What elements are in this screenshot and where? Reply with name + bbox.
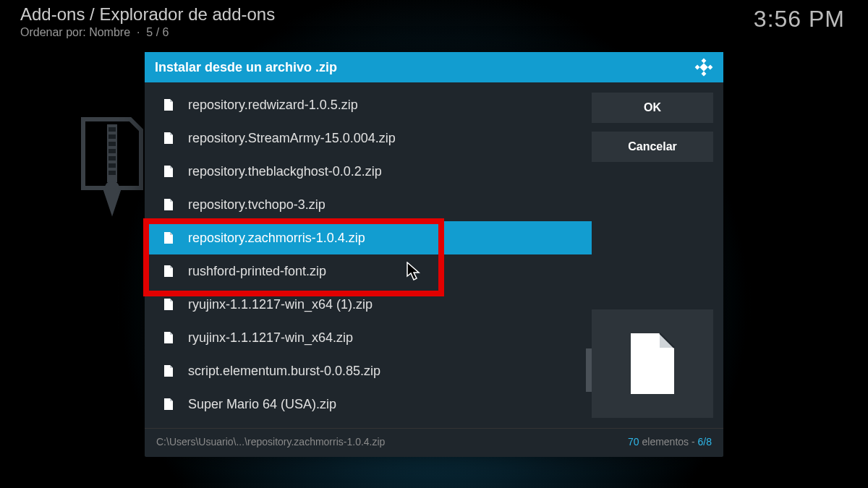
scrollbar[interactable] [586, 88, 592, 422]
svg-rect-4 [109, 149, 116, 153]
file-list[interactable]: repository.redwizard-1.0.5.ziprepository… [145, 88, 592, 422]
svg-rect-10 [702, 59, 707, 64]
file-icon [163, 364, 174, 377]
scroll-thumb[interactable] [586, 348, 592, 392]
svg-rect-11 [695, 65, 700, 70]
count-word: elementos [642, 436, 689, 448]
file-item[interactable]: ryujinx-1.1.1217-win_x64 (1).zip [145, 288, 592, 321]
page-indicator: 6/8 [698, 436, 712, 448]
dialog-footer: C:\Users\Usuario\...\repository.zachmorr… [145, 428, 723, 455]
ok-button[interactable]: OK [592, 93, 713, 123]
file-preview [592, 309, 713, 418]
file-item[interactable]: rushford-printed-font.zip [145, 254, 592, 288]
svg-rect-1 [109, 127, 116, 132]
file-name: repository.zachmorris-1.0.4.zip [188, 231, 365, 246]
dialog-body: repository.redwizard-1.0.5.ziprepository… [145, 82, 723, 428]
dialog-title: Instalar desde un archivo .zip [155, 60, 337, 75]
file-name: repository.redwizard-1.0.5.zip [188, 98, 358, 113]
clock: 3:56 PM [754, 6, 845, 33]
file-name: ryujinx-1.1.1217-win_x64 (1).zip [188, 297, 373, 312]
file-icon [163, 165, 174, 178]
kodi-logo-icon [694, 58, 713, 77]
footer-count: 70 elementos - 6/8 [628, 436, 712, 448]
file-icon [163, 198, 174, 211]
svg-rect-12 [707, 65, 712, 70]
file-item[interactable]: repository.zachmorris-1.0.4.zip [145, 221, 592, 254]
install-zip-dialog: Instalar desde un archivo .zip repositor… [145, 52, 723, 457]
count-number: 70 [628, 436, 639, 448]
file-icon [163, 331, 174, 344]
svg-rect-6 [109, 163, 116, 168]
sort-label: Ordenar por: Nombre [20, 26, 130, 38]
file-name: script.elementum.burst-0.0.85.zip [188, 364, 380, 379]
file-item[interactable]: ryujinx-1.1.1217-win_x64.zip [145, 321, 592, 354]
svg-rect-9 [109, 188, 116, 205]
file-item[interactable]: script.elementum.burst-0.0.85.zip [145, 354, 592, 388]
svg-rect-3 [109, 142, 116, 146]
file-icon [163, 231, 174, 244]
file-item[interactable]: repository.StreamArmy-15.0.004.zip [145, 121, 592, 155]
file-name: ryujinx-1.1.1217-win_x64.zip [188, 330, 353, 346]
file-name: repository.tvchopo-3.zip [188, 197, 326, 213]
file-icon [163, 298, 174, 311]
sort-line: Ordenar por: Nombre · 5 / 6 [20, 26, 848, 39]
breadcrumb: Add-ons / Explorador de add-ons [20, 4, 848, 25]
file-item[interactable]: repository.theblackghost-0.0.2.zip [145, 155, 592, 188]
svg-rect-14 [699, 63, 707, 71]
file-name: rushford-printed-font.zip [188, 264, 326, 279]
file-icon [163, 132, 174, 145]
file-icon [163, 398, 174, 411]
zip-folder-icon [80, 116, 145, 224]
file-name: repository.StreamArmy-15.0.004.zip [188, 131, 396, 146]
file-icon [163, 265, 174, 278]
file-icon [163, 98, 174, 111]
svg-rect-7 [109, 171, 116, 175]
file-item[interactable]: Super Mario 64 (USA).zip [145, 388, 592, 421]
header: Add-ons / Explorador de add-ons Ordenar … [20, 4, 848, 39]
cancel-button[interactable]: Cancelar [592, 132, 713, 162]
svg-rect-5 [109, 156, 116, 160]
svg-rect-2 [109, 134, 116, 139]
file-item[interactable]: repository.redwizard-1.0.5.zip [145, 88, 592, 121]
current-path: C:\Users\Usuario\...\repository.zachmorr… [156, 436, 385, 448]
file-item[interactable]: repository.tvchopo-3.zip [145, 188, 592, 221]
file-name: repository.theblackghost-0.0.2.zip [188, 164, 382, 179]
sort-position: 5 / 6 [146, 26, 169, 38]
file-column: repository.redwizard-1.0.5.ziprepository… [145, 82, 592, 428]
file-icon [627, 331, 678, 396]
file-name: Super Mario 64 (USA).zip [188, 397, 336, 412]
svg-rect-13 [702, 71, 707, 76]
side-column: OK Cancelar [592, 82, 723, 428]
dialog-header: Instalar desde un archivo .zip [145, 52, 723, 82]
